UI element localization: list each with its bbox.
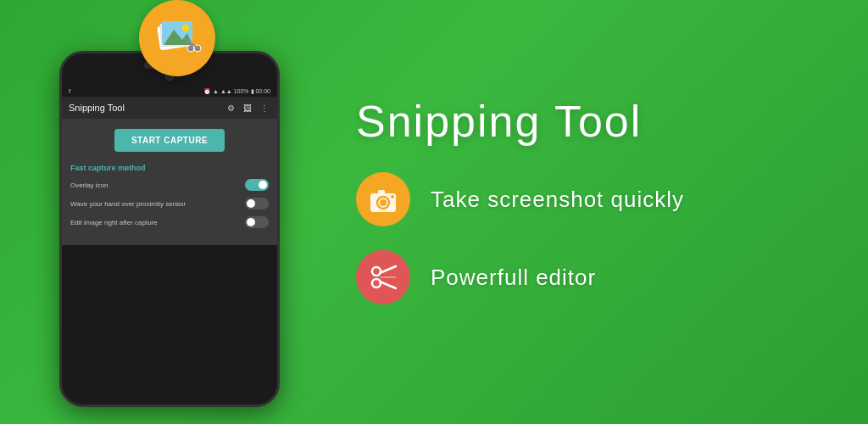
- toolbar-title: Snipping Tool: [69, 103, 125, 113]
- svg-point-15: [372, 267, 381, 276]
- toggle-row-wave: Wave your hand over proximity sensor: [70, 198, 269, 209]
- app-title: Snipping Tool: [356, 96, 817, 147]
- camera-icon-circle: [356, 172, 410, 226]
- scissors-icon-circle: [356, 250, 410, 304]
- svg-line-17: [380, 266, 396, 273]
- toggle-label-edit: Edit image right after capture: [70, 219, 158, 226]
- app-toolbar: Snipping Tool ⚙ 🖼 ⋮: [62, 97, 277, 119]
- features-section: Snipping Tool Take screenshot quickly: [305, 96, 817, 328]
- toggle-row-edit: Edit image right after capture: [70, 216, 269, 228]
- toggle-edit[interactable]: [245, 216, 269, 228]
- feature-editor-text: Powerfull editor: [431, 265, 596, 291]
- toggle-wave[interactable]: [245, 198, 269, 209]
- toggle-row-overlay: Overlay icon: [70, 179, 269, 191]
- toggle-label-wave: Wave your hand over proximity sensor: [70, 200, 186, 208]
- toolbar-actions: ⚙ 🖼 ⋮: [225, 102, 270, 114]
- feature-editor: Powerfull editor: [356, 250, 817, 304]
- gallery-icon[interactable]: 🖼: [242, 102, 253, 114]
- phone-body: f ⏰ ▲ ▲▲ 100% ▮ 00:00 Snipping Tool ⚙ 🖼 …: [59, 51, 280, 407]
- svg-point-14: [391, 195, 394, 198]
- screen-content: START CAPTURE Fast capture method Overla…: [62, 119, 277, 245]
- feature-screenshot-text: Take screenshot quickly: [431, 187, 684, 213]
- status-app-icon: f: [69, 87, 70, 95]
- svg-point-5: [182, 25, 189, 31]
- toggle-overlay[interactable]: [245, 179, 269, 191]
- toggle-label-overlay: Overlay icon: [70, 181, 108, 189]
- svg-point-16: [372, 279, 381, 287]
- svg-rect-13: [378, 190, 385, 194]
- svg-line-18: [380, 282, 396, 288]
- start-capture-button[interactable]: START CAPTURE: [114, 129, 225, 152]
- svg-point-12: [380, 199, 387, 206]
- phone-mockup: f ⏰ ▲ ▲▲ 100% ▮ 00:00 Snipping Tool ⚙ 🖼 …: [34, 17, 305, 407]
- status-bar: f ⏰ ▲ ▲▲ 100% ▮ 00:00: [62, 86, 277, 97]
- more-icon[interactable]: ⋮: [259, 102, 270, 114]
- settings-icon[interactable]: ⚙: [225, 102, 236, 114]
- section-title: Fast capture method: [70, 164, 269, 172]
- app-icon: [139, 0, 215, 76]
- status-icons: ⏰ ▲ ▲▲ 100% ▮ 00:00: [203, 88, 270, 95]
- feature-screenshot: Take screenshot quickly: [356, 172, 817, 226]
